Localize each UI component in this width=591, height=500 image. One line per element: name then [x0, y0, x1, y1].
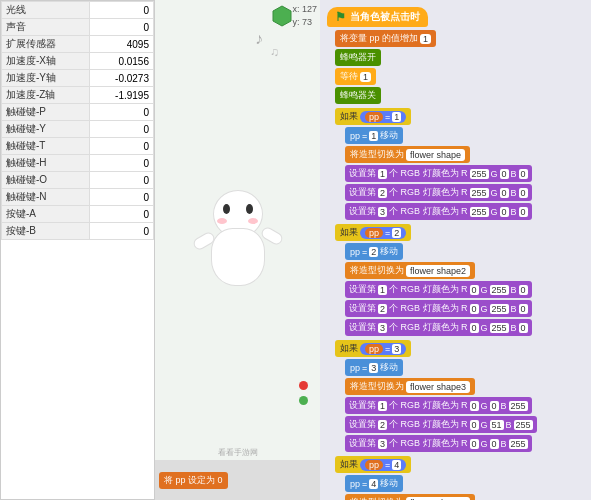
- monitor-value: 4095: [89, 36, 153, 53]
- monitor-value: -1.9195: [89, 87, 153, 104]
- if-section-4: 如果pp=4pp=4移动将造型切换为flower shape4设置第1个 RGB…: [327, 456, 584, 500]
- monitor-row: 声音0: [2, 19, 154, 36]
- monitor-label: 触碰键-O: [2, 172, 90, 189]
- code-content: ⚑ 当角色被点击时 将变量 pp 的值增加 1 蜂鸣器开 等待 1: [324, 4, 587, 500]
- monitor-label: 加速度-X轴: [2, 53, 90, 70]
- monitor-label: 触碰键-N: [2, 189, 90, 206]
- monitor-label: 加速度-Y轴: [2, 70, 90, 87]
- monitor-value: 0.0156: [89, 53, 153, 70]
- move-row-2: pp=2移动: [345, 243, 584, 260]
- rgb-row-3-2: 设置第2个 RGB 灯颜色为 R0G51B255: [345, 416, 584, 433]
- if-header-row-3: 如果pp=3: [335, 340, 584, 357]
- char-right-eye: [246, 204, 253, 214]
- x-coord: x: 127: [292, 3, 317, 16]
- variable-monitor: 光线0声音0扩展传感器4095加速度-X轴0.0156加速度-Y轴-0.0273…: [0, 0, 155, 500]
- green-dot: [299, 396, 308, 405]
- coord-display: x: 127 y: 73: [292, 3, 317, 28]
- shape-block-2: 将造型切换为flower shape2: [345, 262, 475, 279]
- watermark: 看看手游网: [155, 447, 320, 458]
- code-panel[interactable]: ⚑ 当角色被点击时 将变量 pp 的值增加 1 蜂鸣器开 等待 1: [320, 0, 591, 500]
- stage-bottom: 将 pp 设定为 0: [155, 460, 320, 500]
- rgb-row-1-1: 设置第1个 RGB 灯颜色为 R255G0B0: [345, 165, 584, 182]
- monitor-row: 加速度-X轴0.0156: [2, 53, 154, 70]
- if-block-4: 如果pp=4: [335, 456, 411, 473]
- rgb-row-3-1: 设置第1个 RGB 灯颜色为 R0G0B255: [345, 397, 584, 414]
- monitor-table: 光线0声音0扩展传感器4095加速度-X轴0.0156加速度-Y轴-0.0273…: [1, 1, 154, 240]
- rgb-row-1-3: 设置第3个 RGB 灯颜色为 R255G0B0: [345, 203, 584, 220]
- monitor-label: 触碰键-H: [2, 155, 90, 172]
- monitor-value: 0: [89, 19, 153, 36]
- music-note-icon: ♪: [255, 30, 263, 48]
- monitor-value: 0: [89, 223, 153, 240]
- compare-block-1: pp=1: [360, 111, 406, 123]
- move-block-3: pp=3移动: [345, 359, 403, 376]
- character-sprite: [193, 190, 283, 290]
- monitor-row: 按键-B0: [2, 223, 154, 240]
- shape-row-3: 将造型切换为flower shape3: [345, 378, 584, 395]
- red-dot: [299, 381, 308, 390]
- monitor-row: 触碰键-H0: [2, 155, 154, 172]
- monitor-value: 0: [89, 2, 153, 19]
- hat-label: 当角色被点击时: [350, 10, 420, 24]
- monitor-value: 0: [89, 172, 153, 189]
- move-row-4: pp=4移动: [345, 475, 584, 492]
- move-row-1: pp=1移动: [345, 127, 584, 144]
- if-sections-container: 如果pp=1pp=1移动将造型切换为flower shape设置第1个 RGB …: [327, 108, 584, 500]
- if-block-1: 如果pp=1: [335, 108, 411, 125]
- green-hex-icon: [272, 5, 292, 29]
- monitor-label: 扩展传感器: [2, 36, 90, 53]
- monitor-label: 按键-B: [2, 223, 90, 240]
- monitor-row: 扩展传感器4095: [2, 36, 154, 53]
- buzzer-on-block: 蜂鸣器开: [335, 49, 381, 66]
- rgb-block-3-3: 设置第3个 RGB 灯颜色为 R0G0B255: [345, 435, 532, 452]
- monitor-row: 触碰键-P0: [2, 104, 154, 121]
- event-hat-section: ⚑ 当角色被点击时: [327, 7, 584, 27]
- monitor-row: 光线0: [2, 2, 154, 19]
- compare-block-4: pp=4: [360, 459, 406, 471]
- monitor-value: 0: [89, 138, 153, 155]
- wait-block-row: 等待 1: [335, 68, 584, 85]
- char-left-eye: [223, 204, 230, 214]
- if-header-row-4: 如果pp=4: [335, 456, 584, 473]
- monitor-value: 0: [89, 104, 153, 121]
- monitor-label: 触碰键-T: [2, 138, 90, 155]
- shape-row-2: 将造型切换为flower shape2: [345, 262, 584, 279]
- compare-block-2: pp=2: [360, 227, 406, 239]
- monitor-label: 加速度-Z轴: [2, 87, 90, 104]
- if-header-row-2: 如果pp=2: [335, 224, 584, 241]
- monitor-row: 触碰键-O0: [2, 172, 154, 189]
- flag-icon: ⚑: [335, 10, 346, 24]
- monitor-row: 加速度-Z轴-1.9195: [2, 87, 154, 104]
- monitor-label: 触碰键-P: [2, 104, 90, 121]
- increase-block-row: 将变量 pp 的值增加 1: [335, 30, 584, 47]
- monitor-value: -0.0273: [89, 70, 153, 87]
- rgb-block-2-1: 设置第1个 RGB 灯颜色为 R0G255B0: [345, 281, 532, 298]
- move-row-3: pp=3移动: [345, 359, 584, 376]
- if-header-row-1: 如果pp=1: [335, 108, 584, 125]
- monitor-row: 按键-A0: [2, 206, 154, 223]
- y-coord: y: 73: [292, 16, 317, 29]
- wait-val: 1: [360, 72, 371, 82]
- char-right-cheek: [248, 218, 258, 224]
- increase-val: 1: [420, 34, 431, 44]
- rgb-block-2-3: 设置第3个 RGB 灯颜色为 R0G255B0: [345, 319, 532, 336]
- buzzer-off-row: 蜂鸣器关: [335, 87, 584, 104]
- if-section-3: 如果pp=3pp=3移动将造型切换为flower shape3设置第1个 RGB…: [327, 340, 584, 452]
- rgb-row-2-3: 设置第3个 RGB 灯颜色为 R0G255B0: [345, 319, 584, 336]
- increase-label: 将变量 pp 的值增加: [340, 32, 418, 45]
- monitor-value: 0: [89, 206, 153, 223]
- move-block-2: pp=2移动: [345, 243, 403, 260]
- rgb-block-3-1: 设置第1个 RGB 灯颜色为 R0G0B255: [345, 397, 532, 414]
- if-section-1: 如果pp=1pp=1移动将造型切换为flower shape设置第1个 RGB …: [327, 108, 584, 220]
- monitor-value: 0: [89, 189, 153, 206]
- if-section-2: 如果pp=2pp=2移动将造型切换为flower shape2设置第1个 RGB…: [327, 224, 584, 336]
- compare-block-3: pp=3: [360, 343, 406, 355]
- rgb-block-1-1: 设置第1个 RGB 灯颜色为 R255G0B0: [345, 165, 532, 182]
- rgb-row-2-2: 设置第2个 RGB 灯颜色为 R0G255B0: [345, 300, 584, 317]
- shape-row-1: 将造型切换为flower shape: [345, 146, 584, 163]
- buzzer-off-label: 蜂鸣器关: [340, 89, 376, 102]
- monitor-label: 触碰键-Y: [2, 121, 90, 138]
- if-block-3: 如果pp=3: [335, 340, 411, 357]
- set-pp-bottom-label: 将 pp 设定为 0: [164, 474, 223, 487]
- char-body: [211, 228, 265, 286]
